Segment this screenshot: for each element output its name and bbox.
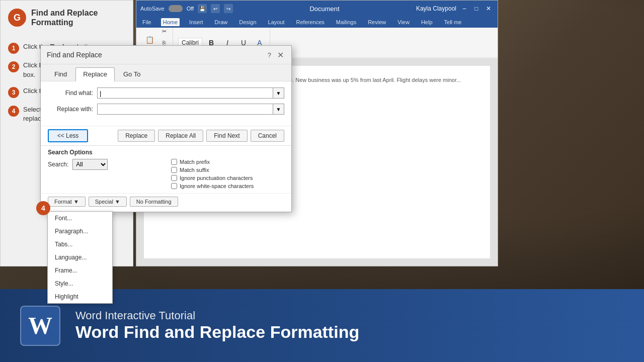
help-button[interactable]: ? bbox=[268, 51, 271, 59]
sidebar-header: G Find and Replace Formatting bbox=[8, 8, 125, 32]
close-button[interactable]: ✕ bbox=[484, 4, 494, 14]
bottom-subtitle: Word Interactive Tutorial bbox=[75, 309, 359, 322]
step-1-number: 1 bbox=[8, 43, 19, 54]
format-tabs-item[interactable]: Tabs... bbox=[48, 238, 112, 251]
step-4-badge: 4 bbox=[36, 201, 50, 215]
search-select[interactable]: All Up Down bbox=[72, 159, 108, 170]
ribbon-tab-home[interactable]: Home bbox=[161, 18, 180, 26]
search-options-section: Search Options Search: All Up Down Match… bbox=[41, 145, 291, 193]
format-dropdown-menu: Font... Paragraph... Tabs... Language...… bbox=[47, 211, 113, 304]
match-prefix-check[interactable]: Match prefix bbox=[171, 159, 289, 165]
less-button[interactable]: << Less bbox=[48, 129, 88, 142]
autosave-state: Off bbox=[187, 6, 194, 12]
replace-with-input[interactable] bbox=[97, 104, 273, 115]
sidebar-title: Find and Replace Formatting bbox=[31, 8, 125, 27]
word-titlebar: AutoSave Off 💾 ↩ ↪ Document Kayla Claypo… bbox=[136, 1, 498, 17]
autosave-toggle[interactable] bbox=[169, 5, 183, 12]
dialog-tabs: Find Replace Go To bbox=[41, 64, 291, 81]
word-logo: W bbox=[20, 306, 60, 346]
format-highlight-item[interactable]: Highlight bbox=[48, 290, 112, 303]
ribbon-tab-mailings[interactable]: Mailings bbox=[334, 18, 358, 26]
replace-with-input-wrap: ▼ bbox=[97, 104, 284, 115]
ribbon-tab-file[interactable]: File bbox=[140, 18, 153, 26]
ignore-whitespace-check[interactable]: Ignore white-space characters bbox=[171, 183, 289, 189]
step-3-number: 3 bbox=[8, 87, 19, 98]
bottom-title: Word Find and Replace Formatting bbox=[75, 322, 359, 342]
ignore-punctuation-check[interactable]: Ignore punctuation characters bbox=[171, 175, 289, 181]
tab-goto[interactable]: Go To bbox=[116, 67, 148, 81]
ribbon-tab-insert[interactable]: Insert bbox=[187, 18, 205, 26]
dialog-action-row: << Less Replace Replace All Find Next Ca… bbox=[41, 126, 291, 145]
find-what-label: Find what: bbox=[48, 89, 93, 97]
no-formatting-button[interactable]: No Formatting bbox=[130, 197, 178, 207]
undo-icon[interactable]: ↩ bbox=[211, 4, 220, 13]
word-title: Document bbox=[309, 5, 339, 13]
cut-button[interactable]: ✂ bbox=[158, 27, 170, 37]
minimize-button[interactable]: – bbox=[459, 4, 469, 14]
bottom-text-block: Word Interactive Tutorial Word Find and … bbox=[75, 309, 359, 342]
ribbon-tab-view[interactable]: View bbox=[395, 18, 412, 26]
format-toolbar-row: Format ▼ Special ▼ No Formatting bbox=[41, 193, 291, 212]
format-button[interactable]: Format ▼ bbox=[48, 197, 86, 207]
format-font-item[interactable]: Font... bbox=[48, 212, 112, 225]
maximize-button[interactable]: □ bbox=[471, 4, 481, 14]
find-next-button[interactable]: Find Next bbox=[206, 130, 247, 142]
find-what-row: Find what: ▼ bbox=[48, 87, 284, 99]
replace-button[interactable]: Replace bbox=[118, 130, 155, 142]
autosave-label: AutoSave bbox=[140, 6, 165, 12]
titlebar-left: AutoSave Off 💾 ↩ ↪ bbox=[140, 4, 233, 13]
titlebar-right: Kayla Claypool – □ ✕ bbox=[416, 4, 494, 14]
search-options-right: Match prefix Match suffix Ignore punctua… bbox=[171, 159, 289, 189]
format-paragraph-item[interactable]: Paragraph... bbox=[48, 225, 112, 238]
search-row: Search: All Up Down bbox=[48, 159, 166, 170]
checkbox-group: Match prefix Match suffix Ignore punctua… bbox=[171, 159, 289, 189]
ribbon-tab-references[interactable]: References bbox=[294, 18, 327, 26]
replace-all-button[interactable]: Replace All bbox=[158, 130, 203, 142]
search-options-title: Search Options bbox=[48, 149, 284, 156]
step-4-number: 4 bbox=[8, 106, 19, 117]
search-options-columns: Search: All Up Down Match prefix Match s… bbox=[48, 159, 284, 189]
save-icon[interactable]: 💾 bbox=[198, 4, 207, 13]
dialog-titlebar: Find and Replace ? ✕ bbox=[41, 46, 291, 64]
tab-replace[interactable]: Replace bbox=[75, 67, 115, 81]
user-name: Kayla Claypool bbox=[416, 5, 456, 12]
format-language-item[interactable]: Language... bbox=[48, 251, 112, 264]
find-what-input[interactable] bbox=[97, 87, 273, 99]
find-what-dropdown[interactable]: ▼ bbox=[273, 87, 284, 99]
search-label: Search: bbox=[48, 161, 68, 168]
word-logo-letter: W bbox=[28, 312, 52, 339]
cancel-button[interactable]: Cancel bbox=[251, 130, 284, 142]
replace-with-dropdown[interactable]: ▼ bbox=[273, 104, 284, 115]
find-what-input-wrap: ▼ bbox=[97, 87, 284, 99]
find-replace-dialog: Find and Replace ? ✕ Find Replace Go To … bbox=[40, 45, 292, 212]
ribbon-tab-design[interactable]: Design bbox=[237, 18, 258, 26]
format-frame-item[interactable]: Frame... bbox=[48, 264, 112, 277]
paste-button[interactable]: 📋 bbox=[142, 33, 156, 47]
ribbon-tab-tellme[interactable]: Tell me bbox=[442, 18, 464, 26]
step-2-number: 2 bbox=[8, 61, 19, 72]
ribbon-tabs: File Home Insert Draw Design Layout Refe… bbox=[136, 17, 498, 28]
format-style-item[interactable]: Style... bbox=[48, 277, 112, 290]
replace-with-row: Replace with: ▼ bbox=[48, 104, 284, 115]
sidebar-logo: G bbox=[8, 9, 26, 27]
search-options-left: Search: All Up Down bbox=[48, 159, 166, 189]
special-button[interactable]: Special ▼ bbox=[89, 197, 127, 207]
window-controls: – □ ✕ bbox=[459, 4, 494, 14]
ribbon-tab-draw[interactable]: Draw bbox=[213, 18, 230, 26]
dialog-title: Find and Replace bbox=[47, 51, 102, 59]
replace-with-label: Replace with: bbox=[48, 106, 93, 113]
match-suffix-check[interactable]: Match suffix bbox=[171, 167, 289, 173]
tab-find[interactable]: Find bbox=[47, 67, 74, 81]
dialog-close-button[interactable]: ✕ bbox=[275, 50, 285, 60]
ribbon-tab-review[interactable]: Review bbox=[366, 18, 388, 26]
dialog-right-buttons: Replace Replace All Find Next Cancel bbox=[118, 130, 284, 142]
ribbon-tab-layout[interactable]: Layout bbox=[266, 18, 287, 26]
redo-icon[interactable]: ↪ bbox=[224, 4, 233, 13]
ribbon-tab-help[interactable]: Help bbox=[419, 18, 435, 26]
dialog-form: Find what: ▼ Replace with: ▼ bbox=[41, 81, 291, 126]
